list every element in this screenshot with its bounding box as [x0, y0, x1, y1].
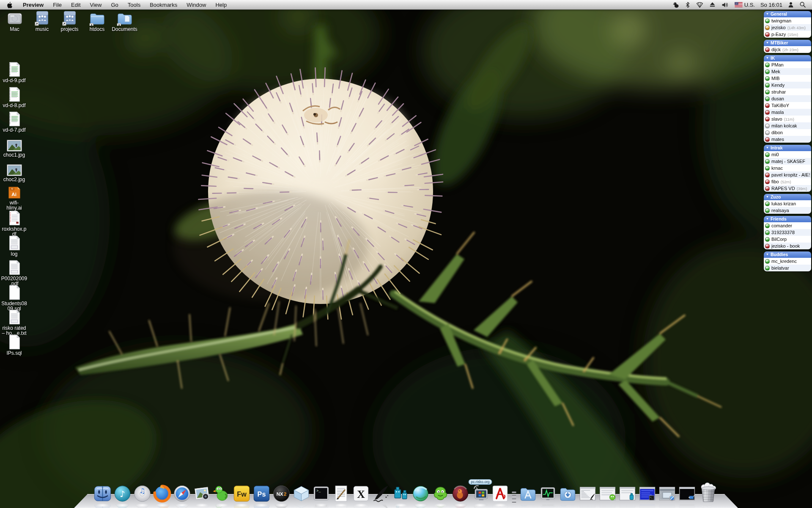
- buddy-row-milan-kolcak[interactable]: milan kolcak: [764, 122, 811, 129]
- dock-window-safari[interactable]: [658, 484, 677, 503]
- menu-item-tools[interactable]: Tools: [123, 2, 145, 8]
- adium-menu-icon[interactable]: [673, 1, 680, 8]
- dock-virtualbox[interactable]: [292, 484, 311, 503]
- desktop-icon-choc1-jpg[interactable]: choc1.jpg: [0, 136, 28, 161]
- menu-item-file[interactable]: File: [48, 2, 66, 8]
- buddy-group-header-ik[interactable]: ▼IK: [764, 55, 811, 61]
- buddy-row-takiboy[interactable]: TaKiBoY: [764, 102, 811, 109]
- buddy-row-mib[interactable]: MIB: [764, 75, 811, 82]
- desktop-icon-vd-d-8-pdf[interactable]: vd-d-8.pdf: [0, 87, 28, 112]
- desktop-icon-p00202009-pdf[interactable]: PDFP00202009 .pdf: [0, 260, 28, 285]
- eject-icon[interactable]: [709, 2, 716, 8]
- dock-window-code[interactable]: [579, 484, 597, 503]
- dock-capture-nx2[interactable]: NX2NX2: [272, 484, 291, 503]
- buddy-row-comander[interactable]: comander: [764, 222, 811, 229]
- dock-applications-folder[interactable]: [519, 484, 538, 503]
- dock-trash[interactable]: [698, 482, 719, 503]
- menu-item-view[interactable]: View: [85, 2, 107, 8]
- dock-activity-monitor[interactable]: [539, 484, 557, 503]
- dock-itunes[interactable]: ♫♫: [133, 484, 152, 503]
- dock-acrobat-reader[interactable]: [491, 484, 510, 503]
- dock-window-black[interactable]: [678, 484, 697, 503]
- dock-adium[interactable]: [213, 484, 231, 503]
- desktop-icon-vd-d-7-pdf[interactable]: vd-d-7.pdf: [0, 111, 28, 136]
- dock-iphoto[interactable]: [193, 484, 211, 503]
- apple-menu[interactable]: [0, 1, 18, 8]
- buddy-row-dibon[interactable]: dibon: [764, 129, 811, 136]
- dock-window-green-badge[interactable]: [598, 484, 617, 503]
- desktop-icon-students08-09-sql[interactable]: Students08 09.sql: [0, 285, 28, 310]
- airport-wifi-icon[interactable]: [696, 1, 704, 8]
- buddy-group-header-general[interactable]: ▼General: [764, 11, 811, 17]
- desktop-icon-wifi-hliny-ai[interactable]: AIAiwifi- hliny.ai: [0, 186, 28, 211]
- dock-pixel-chat[interactable]: [392, 484, 410, 503]
- buddy-row-lukas-krizan[interactable]: lukas krizan: [764, 200, 811, 207]
- bluetooth-icon[interactable]: [685, 1, 690, 8]
- buddy-row-pavel-kropitz-aiesec[interactable]: pavel kropitz - AIESEC: [764, 171, 811, 178]
- dock-remote-desktop[interactable]: pc.risko.org: [471, 484, 490, 503]
- spotlight-icon[interactable]: [799, 1, 806, 8]
- desktop-icon-risko-rated-ho-e-txt[interactable]: TXTrisko rated – ho…e.txt: [0, 309, 28, 334]
- desktop-icon-music[interactable]: music: [28, 11, 56, 41]
- desktop-icon-roxkshox-p-df[interactable]: roxkshox.p df: [0, 210, 28, 235]
- dock-ink-writer[interactable]: [372, 484, 390, 503]
- input-source-menu[interactable]: U.S.: [735, 2, 755, 8]
- buddy-row-slavo[interactable]: slavo(11m): [764, 116, 811, 122]
- desktop-icon-log[interactable]: RTFlog: [0, 235, 28, 260]
- desktop-icon-projects[interactable]: projects: [56, 11, 83, 41]
- dock-textedit[interactable]: [332, 484, 351, 503]
- desktop-icon-mac[interactable]: Mac: [1, 11, 28, 41]
- buddy-row-mi0[interactable]: mi0: [764, 151, 811, 158]
- buddy-row-krnac[interactable]: krnac: [764, 165, 811, 171]
- buddy-row-realsaya[interactable]: realsaya: [764, 207, 811, 214]
- dock-window-blue-badge[interactable]: [618, 484, 637, 503]
- buddy-row-mc-kredenc[interactable]: mc_kredenc: [764, 258, 811, 265]
- buddy-group-header-mtbiker[interactable]: ▼MTBiker: [764, 40, 811, 46]
- buddy-group-header-friends[interactable]: ▼Friends: [764, 216, 811, 222]
- buddy-group-header-zuzo[interactable]: ▼Zuzo: [764, 194, 811, 200]
- buddy-row-mek[interactable]: Mek: [764, 68, 811, 75]
- buddy-group-header-buddies[interactable]: ▼Buddies: [764, 251, 811, 258]
- desktop-icon-documents[interactable]: Documents: [111, 11, 138, 41]
- buddy-row-masla[interactable]: masla: [764, 109, 811, 116]
- buddy-row-pman[interactable]: PMan: [764, 61, 811, 68]
- dock-graphics-ball[interactable]: [411, 484, 430, 503]
- buddy-row-bilcorp[interactable]: BilCorp: [764, 236, 811, 243]
- dock-finder[interactable]: [93, 484, 112, 503]
- desktop-icon-htdocs[interactable]: htdocs: [83, 11, 111, 41]
- fast-user-switch-icon[interactable]: [788, 1, 794, 8]
- dock-fireworks[interactable]: FwFw: [233, 484, 251, 503]
- dock-game-disc[interactable]: [451, 484, 470, 503]
- buddy-row-p-eazy[interactable]: p-Eazy(15m): [764, 31, 811, 38]
- buddy-row-dijck[interactable]: dijck(2h 23m): [764, 46, 811, 53]
- volume-icon[interactable]: [721, 2, 729, 8]
- desktop-icon-ips-sql[interactable]: IPs.sql: [0, 334, 28, 359]
- buddy-row-319233378[interactable]: 319233378: [764, 229, 811, 236]
- buddy-row-fibo[interactable]: fibo(52m): [764, 178, 811, 185]
- dock-green-mascot[interactable]: [431, 484, 450, 503]
- dock-music-player[interactable]: ♪♪: [113, 484, 132, 503]
- dock-firefox[interactable]: [153, 484, 172, 503]
- buddy-row-twingman[interactable]: twingman: [764, 17, 811, 24]
- dock-window-blue-screen[interactable]: >_>_: [638, 484, 657, 503]
- desktop-icon-vd-d-9-pdf[interactable]: vd-d-9.pdf: [0, 62, 28, 87]
- dock-terminal[interactable]: >_>_: [312, 484, 331, 503]
- menu-bar-clock[interactable]: So 16:01: [760, 2, 782, 8]
- buddy-row-struhar[interactable]: struhar: [764, 88, 811, 95]
- dock-downloads-folder[interactable]: [559, 484, 577, 503]
- dock-photoshop[interactable]: PsPs: [252, 484, 271, 503]
- buddy-row-jezisko-book[interactable]: jezisko - book: [764, 243, 811, 249]
- dock-x11[interactable]: XX: [352, 484, 370, 503]
- buddy-row-matej-skasef[interactable]: matej - SKASEF: [764, 158, 811, 165]
- desktop-icon-choc2-jpg[interactable]: choc2.jpg: [0, 161, 28, 186]
- dock-safari[interactable]: [173, 484, 192, 503]
- buddy-row-mates[interactable]: mates: [764, 136, 811, 143]
- menu-item-edit[interactable]: Edit: [66, 2, 85, 8]
- menu-item-go[interactable]: Go: [106, 2, 123, 8]
- buddy-row-dusan[interactable]: dusan: [764, 95, 811, 102]
- buddy-row-kendy[interactable]: Kendy: [764, 82, 811, 88]
- menu-item-help[interactable]: Help: [211, 2, 231, 8]
- buddy-group-header-intrak[interactable]: ▼Intrak: [764, 145, 811, 151]
- active-app-menu[interactable]: Preview: [18, 2, 48, 8]
- buddy-row-bielatvar[interactable]: bielatvar: [764, 265, 811, 271]
